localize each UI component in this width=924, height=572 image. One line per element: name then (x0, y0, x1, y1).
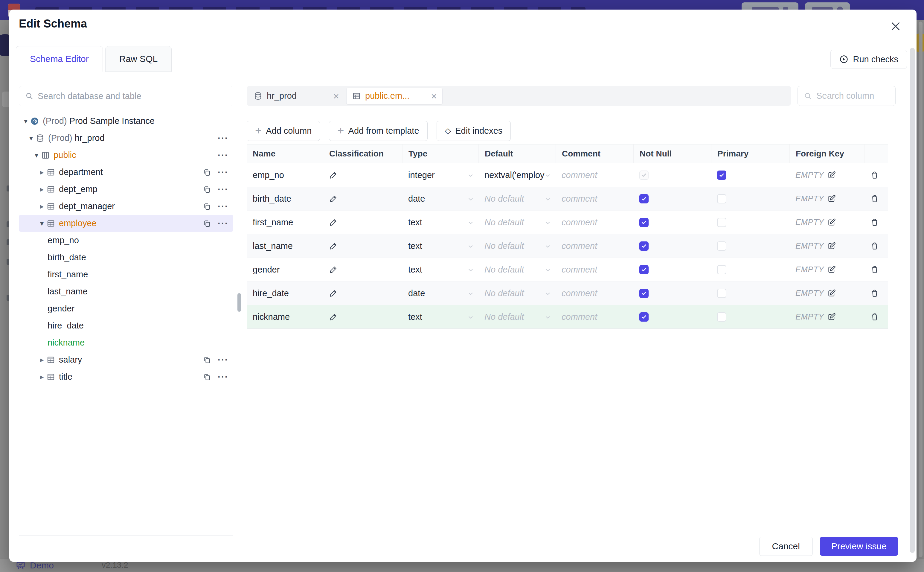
caret-icon[interactable]: ▸ (37, 168, 47, 176)
type-select[interactable]: text (402, 234, 479, 258)
tree-item-first_name[interactable]: first_name (19, 266, 233, 283)
not-null-checkbox[interactable] (639, 218, 649, 227)
delete-column-icon[interactable] (870, 265, 879, 274)
primary-checkbox[interactable] (717, 194, 726, 204)
delete-column-icon[interactable] (870, 218, 879, 227)
more-actions-icon[interactable]: ··· (218, 151, 228, 160)
editor-tab[interactable]: hr_prod × (248, 88, 344, 104)
copy-icon[interactable] (203, 168, 211, 177)
column-search-input[interactable]: Search column (797, 86, 896, 106)
more-actions-icon[interactable]: ··· (218, 185, 228, 194)
run-checks-button[interactable]: Run checks (830, 50, 907, 69)
copy-icon[interactable] (203, 356, 211, 364)
classification-edit-icon[interactable] (329, 265, 338, 274)
classification-edit-icon[interactable] (329, 312, 338, 321)
comment-input[interactable]: comment (556, 163, 633, 187)
caret-icon[interactable]: ▾ (26, 134, 36, 142)
dialog-tab-schema-editor[interactable]: Schema Editor (16, 46, 103, 72)
column-name-cell[interactable]: nickname (247, 305, 323, 328)
not-null-checkbox[interactable] (639, 171, 649, 180)
default-select[interactable]: No default (479, 187, 556, 210)
tree-item-nickname[interactable]: nickname (19, 334, 233, 351)
tree-item-salary[interactable]: ▸ salary ··· (19, 351, 233, 368)
type-select[interactable]: date (402, 281, 479, 305)
panel-resize-handle[interactable] (237, 293, 241, 312)
classification-edit-icon[interactable] (329, 171, 338, 179)
editor-tab[interactable]: public.em... × (346, 88, 443, 104)
copy-icon[interactable] (203, 219, 211, 228)
edit-foreign-key-icon[interactable] (827, 171, 836, 179)
edit-foreign-key-icon[interactable] (827, 265, 836, 274)
edit-foreign-key-icon[interactable] (827, 312, 836, 321)
default-select[interactable]: No default (479, 234, 556, 258)
comment-input[interactable]: comment (556, 187, 633, 210)
delete-column-icon[interactable] (870, 312, 879, 321)
primary-checkbox[interactable] (717, 218, 726, 227)
delete-column-icon[interactable] (870, 194, 879, 203)
tree-item-department[interactable]: ▸ department ··· (19, 164, 233, 181)
comment-input[interactable]: comment (556, 234, 633, 258)
not-null-checkbox[interactable] (639, 312, 649, 322)
add-column-button[interactable]: + Add column (247, 121, 320, 141)
type-select[interactable]: text (402, 258, 479, 281)
caret-icon[interactable]: ▾ (32, 151, 41, 159)
default-select[interactable]: No default (479, 211, 556, 234)
default-select[interactable]: No default (479, 281, 556, 305)
not-null-checkbox[interactable] (639, 194, 649, 204)
comment-input[interactable]: comment (556, 211, 633, 234)
tree-item-last_name[interactable]: last_name (19, 283, 233, 300)
type-select[interactable]: text (402, 211, 479, 234)
copy-icon[interactable] (203, 185, 211, 194)
more-actions-icon[interactable]: ··· (218, 373, 228, 381)
edit-indexes-button[interactable]: ◇ Edit indexes (437, 121, 511, 141)
not-null-checkbox[interactable] (639, 241, 649, 251)
cancel-button[interactable]: Cancel (759, 537, 813, 556)
add-from-template-button[interactable]: + Add from template (329, 121, 427, 141)
primary-checkbox[interactable] (717, 289, 726, 298)
edit-foreign-key-icon[interactable] (827, 194, 836, 203)
close-tab-icon[interactable]: × (333, 91, 339, 101)
close-tab-icon[interactable]: × (431, 91, 437, 101)
dialog-tab-raw-sql[interactable]: Raw SQL (105, 46, 172, 72)
caret-icon[interactable]: ▸ (37, 356, 47, 364)
not-null-checkbox[interactable] (639, 289, 649, 298)
column-name-cell[interactable]: gender (247, 258, 323, 281)
modal-scrollbar[interactable] (910, 48, 915, 553)
caret-icon[interactable]: ▸ (37, 185, 47, 193)
tree-item-dept_manager[interactable]: ▸ dept_manager ··· (19, 198, 233, 215)
more-actions-icon[interactable]: ··· (218, 168, 228, 177)
tree-item-dept_emp[interactable]: ▸ dept_emp ··· (19, 181, 233, 198)
comment-input[interactable]: comment (556, 258, 633, 281)
copy-icon[interactable] (203, 373, 211, 381)
tree-item-Prod Sample Instance[interactable]: ▾ (Prod) Prod Sample Instance (19, 112, 233, 129)
classification-edit-icon[interactable] (329, 241, 338, 250)
preview-issue-button[interactable]: Preview issue (820, 537, 898, 556)
delete-column-icon[interactable] (870, 241, 879, 250)
edit-foreign-key-icon[interactable] (827, 218, 836, 227)
caret-icon[interactable]: ▸ (37, 202, 47, 210)
tree-item-birth_date[interactable]: birth_date (19, 249, 233, 266)
classification-edit-icon[interactable] (329, 218, 338, 227)
tree-item-title[interactable]: ▸ title ··· (19, 368, 233, 385)
caret-icon[interactable]: ▸ (37, 373, 47, 381)
comment-input[interactable]: comment (556, 281, 633, 305)
tree-item-hr_prod[interactable]: ▾ (Prod) hr_prod ··· (19, 129, 233, 146)
caret-icon[interactable]: ▾ (37, 219, 47, 227)
tree-item-emp_no[interactable]: emp_no (19, 232, 233, 249)
more-actions-icon[interactable]: ··· (218, 134, 228, 143)
not-null-checkbox[interactable] (639, 265, 649, 274)
type-select[interactable]: text (402, 305, 479, 328)
delete-column-icon[interactable] (870, 289, 879, 298)
default-select[interactable]: No default (479, 305, 556, 328)
edit-foreign-key-icon[interactable] (827, 241, 836, 250)
tree-item-hire_date[interactable]: hire_date (19, 317, 233, 334)
database-search-input[interactable]: Search database and table (19, 86, 233, 106)
more-actions-icon[interactable]: ··· (218, 355, 228, 364)
delete-column-icon[interactable] (870, 171, 879, 179)
column-name-cell[interactable]: emp_no (247, 163, 323, 187)
classification-edit-icon[interactable] (329, 194, 338, 203)
tree-item-employee[interactable]: ▾ employee ··· (19, 215, 233, 232)
more-actions-icon[interactable]: ··· (218, 219, 228, 228)
copy-icon[interactable] (203, 202, 211, 211)
caret-icon[interactable]: ▾ (21, 117, 30, 125)
